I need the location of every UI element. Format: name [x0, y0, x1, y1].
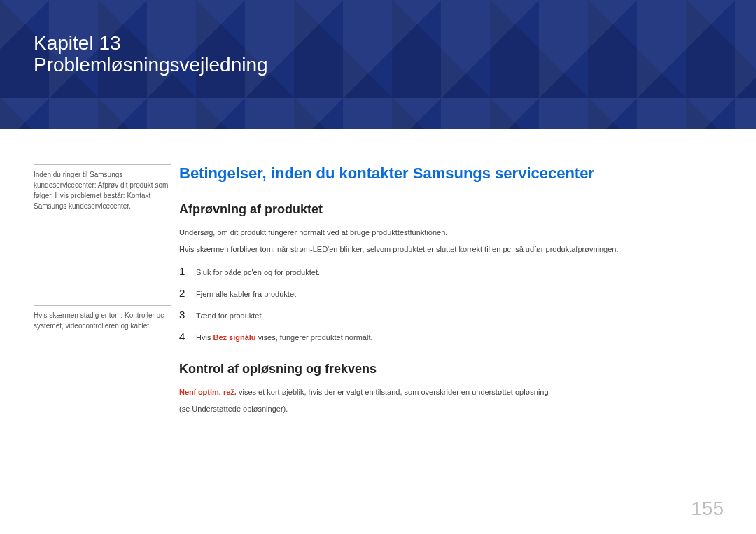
chapter-title: Problemløsningsvejledning: [34, 54, 756, 76]
steps-list: 1 Sluk for både pc'en og for produktet. …: [179, 265, 724, 342]
paragraph-rest: vises et kort øjeblik, hvis der er valgt…: [237, 388, 549, 396]
step-text-prefix: Hvis: [196, 333, 213, 342]
sidebar: Inden du ringer til Samsungs kundeservic…: [34, 164, 171, 419]
chapter-banner: Kapitel 13 Problemløsningsvejledning: [0, 0, 756, 129]
paragraph: (se Understøttede opløsninger).: [179, 403, 724, 416]
step-text: Sluk for både pc'en og for produktet.: [196, 268, 724, 276]
highlight-red: Není optim. rež.: [179, 388, 237, 396]
content-area: Inden du ringer til Samsungs kundeservic…: [0, 129, 756, 419]
paragraph: Undersøg, om dit produkt fungerer normal…: [179, 227, 724, 239]
step-number: 4: [179, 330, 196, 342]
step-text: Hvis Bez signálu vises, fungerer produkt…: [196, 333, 724, 342]
step-text-suffix: vises, fungerer produktet normalt.: [256, 333, 373, 342]
document-page: Kapitel 13 Problemløsningsvejledning Ind…: [0, 0, 756, 534]
sidebar-note-1: Inden du ringer til Samsungs kundeservic…: [34, 164, 171, 211]
main-column: Betingelser, inden du kontakter Samsungs…: [171, 164, 724, 419]
chapter-heading: Kapitel 13 Problemløsningsvejledning: [34, 32, 756, 76]
paragraph: Není optim. rež. vises et kort øjeblik, …: [179, 386, 724, 399]
sidebar-note-2: Hvis skærmen stadig er tom: Kontroller p…: [34, 305, 171, 331]
paragraph: Hvis skærmen forbliver tom, når strøm-LE…: [179, 244, 724, 256]
step-text: Tænd for produktet.: [196, 311, 724, 320]
list-item: 1 Sluk for både pc'en og for produktet.: [179, 265, 724, 277]
subsection-heading-resolution: Kontrol af opløsning og frekvens: [179, 362, 724, 377]
step-number: 3: [179, 309, 196, 321]
list-item: 2 Fjern alle kabler fra produktet.: [179, 287, 724, 299]
section-title: Betingelser, inden du kontakter Samsungs…: [179, 164, 724, 183]
subsection-heading-testing: Afprøvning af produktet: [179, 202, 724, 217]
highlight-red: Bez signálu: [213, 333, 255, 342]
chapter-label: Kapitel 13: [34, 32, 756, 54]
page-number: 155: [691, 498, 724, 520]
list-item: 4 Hvis Bez signálu vises, fungerer produ…: [179, 330, 724, 342]
step-number: 2: [179, 287, 196, 299]
step-number: 1: [179, 265, 196, 277]
step-text: Fjern alle kabler fra produktet.: [196, 290, 724, 298]
list-item: 3 Tænd for produktet.: [179, 309, 724, 321]
